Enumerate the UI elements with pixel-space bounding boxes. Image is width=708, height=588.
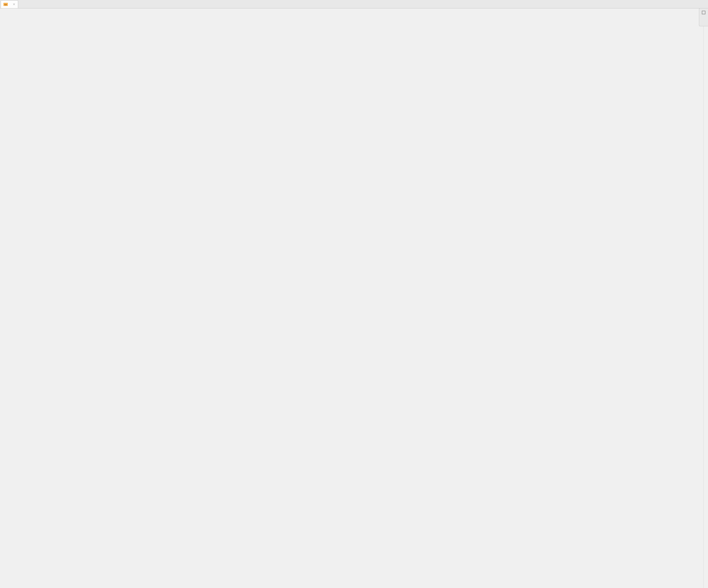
tab-bar: <> × — [0, 0, 708, 8]
file-tab[interactable]: <> × — [1, 0, 18, 8]
editor-corner-button[interactable] — [699, 8, 708, 8]
tab-close-icon[interactable]: × — [13, 2, 15, 6]
xml-file-icon: <> — [3, 2, 8, 6]
svg-text:<>: <> — [4, 3, 7, 6]
